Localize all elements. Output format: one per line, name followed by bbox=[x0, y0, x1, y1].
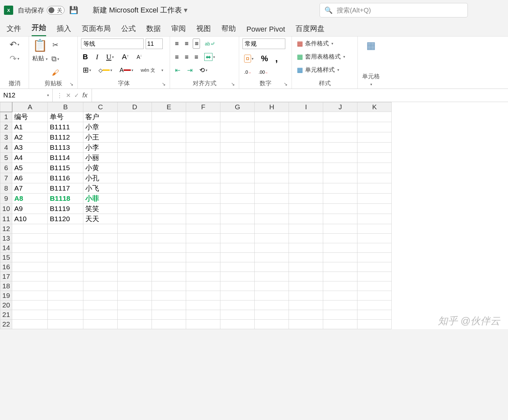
decrease-indent-button[interactable] bbox=[173, 65, 182, 75]
cell-J1[interactable] bbox=[323, 112, 357, 122]
align-right-button[interactable]: ≡ bbox=[193, 52, 199, 62]
conditional-format-button[interactable]: 条件格式▾ bbox=[295, 39, 335, 48]
cell-D11[interactable] bbox=[118, 214, 152, 224]
cell-D20[interactable] bbox=[118, 301, 152, 310]
cell-C14[interactable] bbox=[83, 243, 118, 253]
number-format-select[interactable] bbox=[242, 39, 285, 49]
column-header-C[interactable]: C bbox=[83, 102, 118, 112]
cell-H5[interactable] bbox=[255, 153, 289, 163]
cell-H1[interactable] bbox=[255, 112, 289, 122]
cell-K20[interactable] bbox=[357, 301, 392, 310]
cell-J5[interactable] bbox=[323, 153, 357, 163]
cell-G15[interactable] bbox=[220, 253, 255, 262]
cell-B6[interactable]: B1115 bbox=[48, 163, 83, 173]
cell-I2[interactable] bbox=[289, 122, 323, 132]
cell-D16[interactable] bbox=[118, 262, 152, 272]
cell-G16[interactable] bbox=[220, 262, 255, 272]
paste-button[interactable]: 粘贴 ▾ bbox=[32, 39, 48, 62]
cell-B18[interactable] bbox=[48, 281, 83, 291]
autosave-toggle[interactable]: 自动保存 关 bbox=[18, 6, 65, 15]
cell-C12[interactable] bbox=[83, 224, 118, 234]
tab-插入[interactable]: 插入 bbox=[57, 24, 71, 36]
cell-F1[interactable] bbox=[186, 112, 220, 122]
cell-D10[interactable] bbox=[118, 204, 152, 214]
cell-B21[interactable] bbox=[48, 310, 83, 320]
cell-C8[interactable]: 小飞 bbox=[83, 183, 118, 194]
cell-C7[interactable]: 小孔 bbox=[83, 173, 118, 183]
column-header-E[interactable]: E bbox=[152, 102, 186, 112]
cell-G1[interactable] bbox=[220, 112, 255, 122]
cell-F22[interactable] bbox=[186, 320, 220, 329]
cell-J2[interactable] bbox=[323, 122, 357, 132]
align-left-button[interactable]: ≡ bbox=[173, 52, 180, 62]
cell-B20[interactable] bbox=[48, 301, 83, 310]
column-header-K[interactable]: K bbox=[357, 102, 392, 112]
shrink-font-button[interactable] bbox=[135, 53, 144, 61]
cell-F6[interactable] bbox=[186, 163, 220, 173]
row-header-18[interactable]: 18 bbox=[0, 281, 12, 291]
row-header-12[interactable]: 12 bbox=[0, 224, 12, 234]
row-header-8[interactable]: 8 bbox=[0, 183, 12, 194]
percent-button[interactable] bbox=[259, 53, 269, 64]
cell-B5[interactable]: B1114 bbox=[48, 153, 83, 163]
column-header-A[interactable]: A bbox=[12, 102, 48, 112]
cell-A10[interactable]: A9 bbox=[12, 204, 48, 214]
cell-D14[interactable] bbox=[118, 243, 152, 253]
row-header-10[interactable]: 10 bbox=[0, 204, 12, 214]
cell-A14[interactable] bbox=[12, 243, 48, 253]
cell-K3[interactable] bbox=[357, 132, 392, 143]
phonetic-button[interactable]: wén 文 bbox=[139, 67, 157, 73]
cell-I22[interactable] bbox=[289, 320, 323, 329]
cell-I11[interactable] bbox=[289, 214, 323, 224]
align-top-button[interactable]: ≡ bbox=[173, 39, 180, 48]
select-all-corner[interactable] bbox=[0, 102, 12, 112]
increase-indent-button[interactable] bbox=[185, 65, 194, 75]
cell-G11[interactable] bbox=[220, 214, 255, 224]
cell-C20[interactable] bbox=[83, 301, 118, 310]
cell-D19[interactable] bbox=[118, 291, 152, 301]
cell-B12[interactable] bbox=[48, 224, 83, 234]
cell-B3[interactable]: B1112 bbox=[48, 132, 83, 143]
cell-K7[interactable] bbox=[357, 173, 392, 183]
cell-H3[interactable] bbox=[255, 132, 289, 143]
cell-D2[interactable] bbox=[118, 122, 152, 132]
cell-G20[interactable] bbox=[220, 301, 255, 310]
cell-A13[interactable] bbox=[12, 234, 48, 243]
cell-H15[interactable] bbox=[255, 253, 289, 262]
cell-K2[interactable] bbox=[357, 122, 392, 132]
cell-J6[interactable] bbox=[323, 163, 357, 173]
cell-C17[interactable] bbox=[83, 272, 118, 281]
cut-button[interactable] bbox=[51, 40, 60, 50]
column-header-H[interactable]: H bbox=[255, 102, 289, 112]
cell-D8[interactable] bbox=[118, 183, 152, 194]
merge-button[interactable]: ▾ bbox=[203, 52, 217, 62]
cell-I8[interactable] bbox=[289, 183, 323, 194]
copy-button[interactable]: ▾ bbox=[50, 54, 61, 64]
tab-百度网盘[interactable]: 百度网盘 bbox=[296, 24, 325, 36]
cell-E19[interactable] bbox=[152, 291, 186, 301]
column-header-F[interactable]: F bbox=[186, 102, 220, 112]
cell-H11[interactable] bbox=[255, 214, 289, 224]
cell-H4[interactable] bbox=[255, 143, 289, 153]
cell-A20[interactable] bbox=[12, 301, 48, 310]
cell-C9[interactable]: 小菲 bbox=[83, 194, 118, 204]
row-header-16[interactable]: 16 bbox=[0, 262, 12, 272]
cell-K4[interactable] bbox=[357, 143, 392, 153]
row-header-9[interactable]: 9 bbox=[0, 194, 12, 204]
cell-G22[interactable] bbox=[220, 320, 255, 329]
undo-button[interactable]: ▾ bbox=[8, 39, 21, 51]
cell-C6[interactable]: 小黄 bbox=[83, 163, 118, 173]
cell-E2[interactable] bbox=[152, 122, 186, 132]
cell-I7[interactable] bbox=[289, 173, 323, 183]
row-header-20[interactable]: 20 bbox=[0, 301, 12, 310]
cell-G4[interactable] bbox=[220, 143, 255, 153]
cell-K13[interactable] bbox=[357, 234, 392, 243]
align-middle-button[interactable]: ≡ bbox=[183, 39, 190, 48]
cell-I12[interactable] bbox=[289, 224, 323, 234]
cell-H16[interactable] bbox=[255, 262, 289, 272]
toggle-switch[interactable]: 关 bbox=[47, 6, 65, 14]
dialog-launcher-icon[interactable]: ↘ bbox=[162, 81, 166, 87]
cell-E22[interactable] bbox=[152, 320, 186, 329]
cell-B10[interactable]: B1119 bbox=[48, 204, 83, 214]
cell-E10[interactable] bbox=[152, 204, 186, 214]
